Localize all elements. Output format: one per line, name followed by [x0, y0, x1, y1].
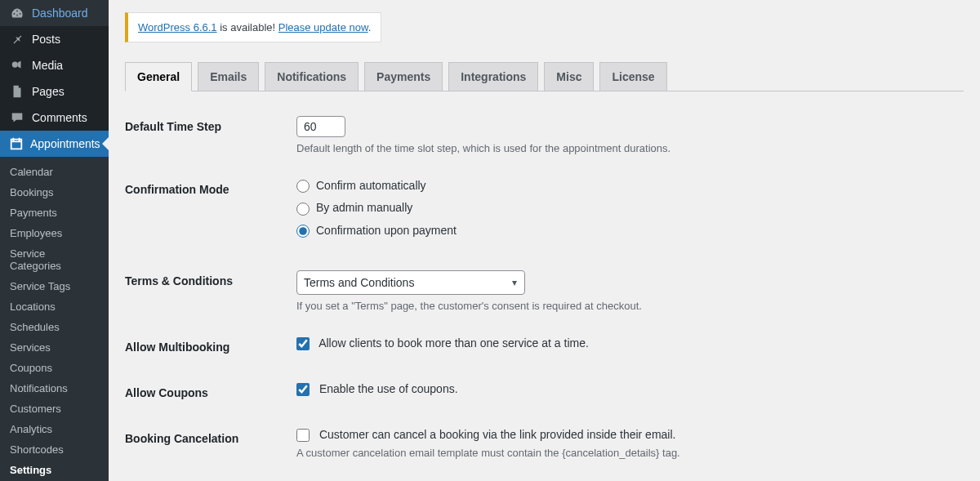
submenu-item-label: Analytics: [10, 423, 52, 435]
submenu-item-customers[interactable]: Customers: [0, 399, 109, 419]
submenu-item-bookings[interactable]: Bookings: [0, 182, 109, 203]
multibooking-text: Allow clients to book more than one serv…: [318, 336, 589, 350]
comments-icon: [9, 110, 25, 125]
submenu-item-label: Schedules: [10, 321, 60, 333]
confirmation-option-label: Confirm automatically: [316, 179, 426, 192]
submenu-item-services[interactable]: Services: [0, 337, 109, 358]
pushpin-icon: [9, 32, 25, 47]
svg-point-0: [12, 62, 18, 68]
sidebar-item-label: Appointments: [30, 137, 100, 150]
sidebar-item-dashboard[interactable]: Dashboard: [0, 0, 109, 26]
sidebar-item-media[interactable]: Media: [0, 52, 109, 78]
coupons-label[interactable]: Enable the use of coupons.: [296, 382, 458, 395]
admin-sidebar: Dashboard Posts Media Pages Comments App…: [0, 0, 109, 481]
tab-misc[interactable]: Misc: [544, 62, 594, 91]
sidebar-item-label: Media: [32, 59, 63, 72]
sidebar-item-comments[interactable]: Comments: [0, 105, 109, 131]
submenu-item-label: Notifications: [10, 382, 68, 394]
field-label-cancelation-page: Booking Cancelation Page: [125, 471, 288, 481]
time-step-input[interactable]: [296, 116, 345, 137]
sidebar-item-label: Comments: [32, 111, 87, 124]
tab-notifications[interactable]: Notifications: [265, 62, 359, 91]
submenu-item-label: Payments: [10, 207, 57, 219]
wordpress-version-link[interactable]: WordPress 6.6.1: [138, 21, 217, 33]
submenu-item-employees[interactable]: Employees: [0, 223, 109, 243]
update-now-link[interactable]: Please update now: [278, 21, 368, 33]
sidebar-item-appointments[interactable]: Appointments: [0, 131, 109, 157]
confirmation-option-label: Confirmation upon payment: [316, 224, 457, 237]
field-label-coupons: Allow Coupons: [125, 370, 288, 416]
submenu-item-label: Service Tags: [10, 280, 70, 292]
submenu-item-schedules[interactable]: Schedules: [0, 317, 109, 337]
multibooking-checkbox[interactable]: [296, 337, 310, 350]
submenu-item-service-categories[interactable]: Service Categories: [0, 243, 109, 276]
field-label-terms: Terms & Conditions: [125, 258, 288, 324]
confirmation-option[interactable]: By admin manually: [296, 201, 956, 215]
submenu-item-notifications[interactable]: Notifications: [0, 378, 109, 399]
submenu-item-settings[interactable]: Settings: [0, 460, 109, 480]
time-step-description: Default length of the time slot step, wh…: [296, 142, 956, 154]
submenu-item-label: Customers: [10, 403, 61, 415]
submenu-item-locations[interactable]: Locations: [0, 296, 109, 317]
tab-license[interactable]: License: [599, 62, 666, 91]
confirmation-option-label: By admin manually: [316, 201, 412, 214]
confirmation-option[interactable]: Confirm automatically: [296, 179, 956, 193]
submenu-item-coupons[interactable]: Coupons: [0, 358, 109, 378]
field-label-time-step: Default Time Step: [125, 104, 288, 167]
dashboard-icon: [9, 6, 25, 20]
confirmation-radio-group: Confirm automaticallyBy admin manuallyCo…: [296, 179, 956, 238]
calendar-icon: [9, 136, 24, 151]
submenu-item-analytics[interactable]: Analytics: [0, 419, 109, 439]
terms-select[interactable]: Terms and Conditions: [296, 270, 525, 295]
sidebar-item-label: Posts: [32, 33, 60, 46]
sidebar-item-pages[interactable]: Pages: [0, 78, 109, 105]
submenu-item-label: Locations: [10, 301, 56, 313]
confirmation-radio[interactable]: [296, 203, 310, 216]
media-icon: [9, 58, 25, 73]
settings-tabs: GeneralEmailsNotificationsPaymentsIntegr…: [125, 55, 964, 91]
cancelation-label[interactable]: Customer can cancel a booking via the li…: [296, 428, 675, 441]
submenu-item-calendar[interactable]: Calendar: [0, 162, 109, 182]
submenu-item-label: Calendar: [10, 166, 53, 178]
submenu-item-label: Settings: [10, 464, 51, 476]
confirmation-option[interactable]: Confirmation upon payment: [296, 224, 956, 238]
cancelation-text: Customer can cancel a booking via the li…: [319, 428, 676, 441]
cancelation-description: A customer cancelation email template mu…: [296, 447, 956, 459]
field-label-multibooking: Allow Multibooking: [125, 324, 288, 370]
multibooking-label[interactable]: Allow clients to book more than one serv…: [296, 336, 589, 350]
update-notice: WordPress 6.6.1 is available! Please upd…: [125, 12, 381, 42]
sidebar-item-label: Dashboard: [32, 7, 88, 20]
settings-form: Default Time Step Default length of the …: [125, 104, 964, 481]
submenu-item-label: Service Categories: [10, 247, 61, 272]
tab-general[interactable]: General: [125, 62, 192, 91]
terms-description: If you set a "Terms" page, the customer'…: [296, 300, 956, 312]
notice-text: is available!: [217, 21, 278, 33]
sidebar-submenu: CalendarBookingsPaymentsEmployeesService…: [0, 157, 109, 481]
confirmation-radio[interactable]: [296, 225, 310, 238]
main-content: WordPress 6.6.1 is available! Please upd…: [109, 0, 980, 481]
tab-emails[interactable]: Emails: [198, 62, 259, 91]
coupons-text: Enable the use of coupons.: [319, 382, 458, 395]
submenu-item-label: Employees: [10, 227, 62, 239]
sidebar-item-posts[interactable]: Posts: [0, 26, 109, 52]
coupons-checkbox[interactable]: [296, 383, 310, 396]
submenu-item-label: Coupons: [10, 362, 52, 374]
cancelation-checkbox[interactable]: [296, 429, 310, 442]
submenu-item-payments[interactable]: Payments: [0, 203, 109, 223]
tab-payments[interactable]: Payments: [364, 62, 443, 91]
field-label-confirmation-mode: Confirmation Mode: [125, 167, 288, 258]
confirmation-radio[interactable]: [296, 180, 310, 193]
field-label-cancelation: Booking Cancelation: [125, 416, 288, 471]
submenu-item-label: Shortcodes: [10, 443, 64, 456]
submenu-item-service-tags[interactable]: Service Tags: [0, 276, 109, 296]
submenu-item-shortcodes[interactable]: Shortcodes: [0, 439, 109, 460]
sidebar-item-label: Pages: [32, 85, 65, 98]
submenu-item-label: Services: [10, 341, 51, 354]
notice-end: .: [368, 21, 372, 33]
submenu-item-label: Bookings: [10, 186, 53, 198]
pages-icon: [9, 84, 25, 99]
tab-integrations[interactable]: Integrations: [448, 62, 538, 91]
